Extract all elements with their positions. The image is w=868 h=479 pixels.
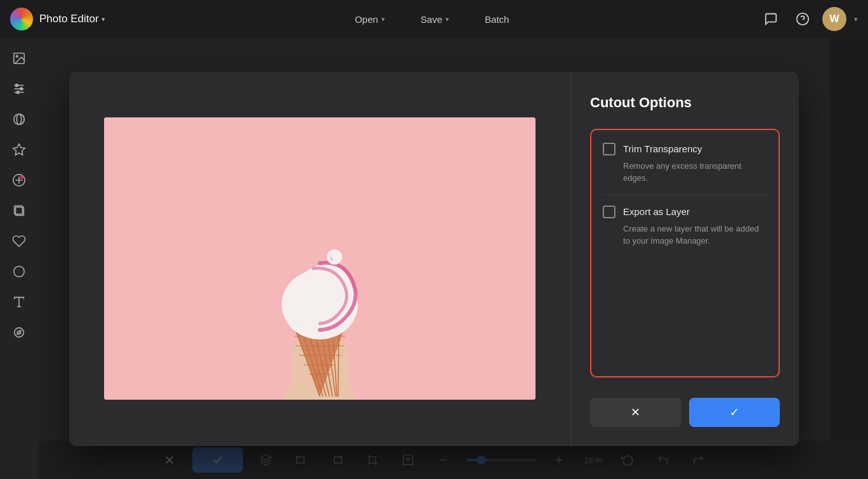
export-header: Export as Layer	[603, 206, 767, 218]
sidebar-heart-btn[interactable]	[5, 227, 33, 255]
modal-cancel-button[interactable]: ✕	[590, 398, 681, 427]
chat-button[interactable]	[759, 7, 783, 31]
export-label: Export as Layer	[623, 206, 690, 217]
modal-buttons: ✕ ✓	[590, 398, 780, 427]
right-sidebar	[830, 38, 868, 479]
sidebar-text-btn[interactable]	[5, 288, 33, 316]
sidebar-adjust-btn[interactable]	[5, 75, 33, 103]
nav-center: Open ▾ Save ▾ Batch	[105, 0, 759, 38]
svg-point-8	[20, 88, 23, 90]
help-button[interactable]	[791, 7, 815, 31]
trim-description: Remove any excess transparent edges.	[603, 160, 767, 185]
sidebar-effects-btn[interactable]	[5, 105, 33, 133]
user-avatar[interactable]: W	[822, 7, 846, 31]
trim-transparency-row: Trim Transparency Remove any excess tran…	[603, 143, 767, 185]
options-box: Trim Transparency Remove any excess tran…	[590, 129, 780, 377]
nav-right: W ▾	[759, 7, 858, 31]
open-label: Open	[355, 14, 378, 25]
trim-checkbox[interactable]	[603, 143, 615, 155]
top-nav: Photo Editor ▾ Open ▾ Save ▾ Batch	[0, 0, 868, 38]
modal-title: Cutout Options	[590, 95, 780, 111]
app-title-group: Photo Editor ▾	[39, 13, 105, 25]
open-button[interactable]: Open ▾	[337, 0, 403, 38]
batch-button[interactable]: Batch	[467, 0, 527, 38]
modal-confirm-button[interactable]: ✓	[689, 398, 780, 427]
export-layer-row: Export as Layer Create a new layer that …	[603, 206, 767, 247]
svg-marker-12	[13, 144, 25, 155]
trim-header: Trim Transparency	[603, 143, 767, 155]
app-title: Photo Editor	[39, 13, 99, 25]
options-panel: Cutout Options Trim Transparency Remove …	[570, 72, 799, 446]
svg-point-16	[14, 266, 25, 277]
export-description: Create a new layer that will be added to…	[603, 223, 767, 247]
sidebar-shape-btn[interactable]	[5, 258, 33, 285]
modal-backdrop: Cutout Options Trim Transparency Remove …	[38, 38, 830, 479]
svg-point-9	[16, 91, 19, 94]
sidebar-image-btn[interactable]	[5, 44, 33, 72]
main-area: Cutout Options Trim Transparency Remove …	[0, 38, 868, 479]
svg-point-11	[16, 114, 21, 125]
canvas-area: Cutout Options Trim Transparency Remove …	[38, 38, 830, 479]
sidebar-eraser-btn[interactable]	[5, 318, 33, 346]
export-checkbox[interactable]	[603, 206, 615, 218]
option-divider	[603, 195, 767, 195]
svg-line-34	[338, 327, 339, 397]
save-label: Save	[421, 14, 442, 25]
user-initial: W	[829, 13, 839, 25]
open-chevron: ▾	[381, 15, 385, 23]
modal-container: Cutout Options Trim Transparency Remove …	[69, 72, 799, 446]
batch-label: Batch	[485, 14, 509, 25]
sidebar-star-btn[interactable]	[5, 136, 33, 164]
sidebar-healing-btn[interactable]	[5, 166, 33, 194]
svg-point-13	[20, 176, 24, 180]
save-chevron: ▾	[445, 15, 449, 23]
sidebar-layers-btn[interactable]	[5, 197, 33, 225]
confirm-icon: ✓	[730, 405, 739, 419]
ice-cream-svg	[104, 117, 536, 400]
cancel-icon: ✕	[631, 405, 640, 419]
left-sidebar	[0, 38, 38, 479]
trim-label: Trim Transparency	[623, 143, 702, 154]
svg-point-7	[16, 84, 18, 87]
image-preview	[104, 117, 536, 400]
app-logo	[10, 8, 33, 30]
user-chevron[interactable]: ▾	[854, 15, 858, 23]
svg-point-3	[16, 55, 18, 57]
image-panel	[69, 72, 570, 446]
save-button[interactable]: Save ▾	[403, 0, 467, 38]
